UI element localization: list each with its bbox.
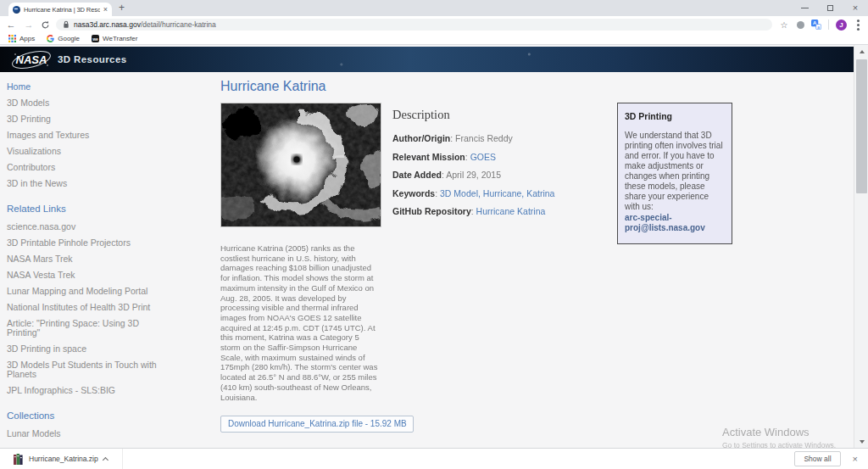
detail-value: Francis Reddy (455, 133, 513, 143)
content-row: Hurricane Katrina (2005) ranks as the co… (220, 103, 746, 433)
toolbar-actions: ☆ A a J (778, 20, 863, 31)
scrollbar-down-button[interactable] (854, 435, 868, 448)
sidebar-nav-item[interactable]: Images and Textures (7, 131, 168, 140)
browser-menu-icon[interactable] (857, 24, 860, 26)
description-column: Description Author/OriginFrancis Reddy R… (392, 103, 607, 225)
sidebar-related-link[interactable]: Article: "Printing Space: Using 3D Print… (7, 319, 168, 338)
sidebar-collections: Lunar Models (7, 429, 168, 438)
model-description-paragraph: Hurricane Katrina (2005) ranks as the co… (220, 243, 381, 402)
sidebar-nav-item[interactable]: Contributors (7, 163, 168, 172)
detail-row: Keywords3D Model, Hurricane, Katrina (392, 188, 607, 198)
sidebar-related-link[interactable]: JPL Infographics - SLS:BIG (7, 386, 168, 395)
sidebar-nav-item[interactable]: Visualizations (7, 147, 168, 156)
close-download-shelf-icon[interactable]: × (853, 454, 858, 464)
detail-value: April 29, 2015 (446, 170, 501, 180)
tab-title: Hurricane Katrina | 3D Resources (24, 6, 100, 14)
extension-icon[interactable] (797, 21, 804, 29)
back-button[interactable]: ← (5, 20, 17, 30)
detail-label: Relevant Mission (392, 152, 470, 162)
bookmarks-bar: Apps Google we WeTransfer (0, 33, 868, 45)
sidebar-related-link[interactable]: NASA Vesta Trek (7, 271, 168, 280)
url-domain: nasa3d.arc.nasa.gov (74, 20, 141, 29)
detail-row: Date AddedApril 29, 2015 (392, 170, 607, 180)
show-all-downloads-button[interactable]: Show all (794, 451, 840, 466)
download-options-chevron-icon[interactable] (103, 457, 108, 463)
zip-file-icon (14, 454, 23, 465)
detail-label: Keywords (392, 188, 440, 198)
printing-box-body: We understand that 3D printing often inv… (625, 131, 725, 212)
svg-text:a: a (817, 25, 820, 30)
scrollbar-thumb[interactable] (856, 59, 867, 193)
detail-row: Relevant MissionGOES (392, 152, 607, 162)
page-title: Hurricane Katrina (220, 79, 746, 94)
minimize-icon (801, 8, 809, 8)
sidebar-related-link[interactable]: National Institutes of Health 3D Print (7, 303, 168, 312)
bookmark-apps-label: Apps (19, 35, 35, 42)
sidebar-related-link[interactable]: 3D Printable Pinhole Projectors (7, 238, 168, 248)
sidebar-related-link[interactable]: 3D Printing in space (7, 344, 168, 354)
main-content: Hurricane Katrina (220, 79, 746, 433)
address-bar[interactable]: nasa3d.arc.nasa.gov/detail/hurricane-kat… (56, 19, 772, 31)
nasa-site-header: NASA 3D Resources (0, 47, 854, 72)
browser-tab[interactable]: Hurricane Katrina | 3D Resources × (8, 3, 112, 16)
sidebar-nav-item[interactable]: 3D Printing (7, 114, 168, 124)
wetransfer-icon: we (92, 35, 99, 42)
download-shelf: Hurricane_Katrina.zip Show all × (0, 448, 868, 469)
bookmark-star-icon[interactable]: ☆ (778, 20, 790, 30)
maximize-button[interactable] (817, 0, 843, 16)
sidebar-nav-item[interactable]: Home (7, 82, 168, 92)
browser-toolbar: ← → nasa3d.arc.nasa.gov/detail/hurricane… (0, 16, 868, 33)
sidebar-related-links-header: Related Links (7, 204, 168, 214)
bookmark-google[interactable]: Google (47, 35, 80, 42)
printing-info-box: 3D Printing We understand that 3D printi… (617, 103, 732, 244)
bookmark-google-label: Google (58, 35, 80, 42)
download-zip-button[interactable]: Download Hurricane_Katrina.zip file - 15… (220, 416, 414, 433)
translate-icon[interactable]: A a (811, 20, 821, 30)
refresh-button[interactable] (41, 20, 50, 30)
site-title[interactable]: 3D Resources (58, 54, 127, 64)
url-text: nasa3d.arc.nasa.gov/detail/hurricane-kat… (74, 20, 216, 29)
sidebar-nav-item[interactable]: 3D in the News (7, 179, 168, 188)
browser-window: Hurricane Katrina | 3D Resources × + × ←… (0, 0, 868, 469)
detail-label: GitHub Repository (392, 206, 476, 216)
printing-contact-email-link[interactable]: arc-special-proj@lists.nasa.gov (625, 213, 725, 233)
description-heading: Description (392, 108, 607, 122)
downloaded-file-item[interactable]: Hurricane_Katrina.zip (10, 449, 123, 469)
printing-box-title: 3D Printing (625, 111, 725, 121)
sidebar-collections-header: Collections (7, 410, 168, 421)
downloaded-filename: Hurricane_Katrina.zip (29, 455, 98, 463)
hurricane-satellite-image (220, 103, 381, 227)
profile-avatar[interactable]: J (836, 20, 847, 31)
bookmark-wetransfer-label: WeTransfer (103, 35, 137, 42)
sidebar: Home 3D Models 3D Printing Images and Te… (7, 82, 168, 445)
minimize-button[interactable] (792, 0, 817, 16)
bookmark-wetransfer[interactable]: we WeTransfer (92, 35, 137, 42)
detail-label: Date Added (392, 170, 446, 180)
sidebar-nav-item[interactable]: 3D Models (7, 98, 168, 108)
forward-button[interactable]: → (23, 20, 35, 30)
tab-strip: Hurricane Katrina | 3D Resources × + × (0, 0, 868, 16)
sidebar-related-link[interactable]: NASA Mars Trek (7, 254, 168, 264)
close-window-icon: × (853, 3, 858, 13)
detail-value[interactable]: Hurricane Katrina (476, 206, 546, 216)
close-window-button[interactable]: × (843, 0, 868, 16)
sidebar-related-link[interactable]: Lunar Mapping and Modeling Portal (7, 287, 168, 296)
sidebar-related-link[interactable]: science.nasa.gov (7, 222, 168, 232)
new-tab-button[interactable]: + (119, 1, 125, 16)
media-column: Hurricane Katrina (2005) ranks as the co… (220, 103, 381, 433)
nasa-favicon-icon (13, 6, 20, 14)
detail-row: GitHub RepositoryHurricane Katrina (392, 206, 607, 216)
page-scrollbar[interactable] (854, 45, 868, 448)
detail-value[interactable]: 3D Model, Hurricane, Katrina (440, 188, 554, 198)
scrollbar-up-button[interactable] (854, 45, 868, 58)
tab-close-icon[interactable]: × (103, 6, 108, 14)
window-controls: × (792, 0, 868, 16)
sidebar-related-link[interactable]: 3D Models Put Students in Touch with Pla… (7, 360, 168, 379)
sidebar-collection-link[interactable]: Lunar Models (7, 429, 168, 438)
detail-label: Author/Origin (392, 133, 455, 143)
page-viewport: NASA 3D Resources Home 3D Models 3D Prin… (0, 45, 868, 448)
detail-value[interactable]: GOES (470, 152, 496, 162)
svg-text:NASA: NASA (16, 53, 47, 66)
nasa-logo-icon[interactable]: NASA (10, 48, 53, 71)
bookmark-apps[interactable]: Apps (8, 35, 35, 42)
